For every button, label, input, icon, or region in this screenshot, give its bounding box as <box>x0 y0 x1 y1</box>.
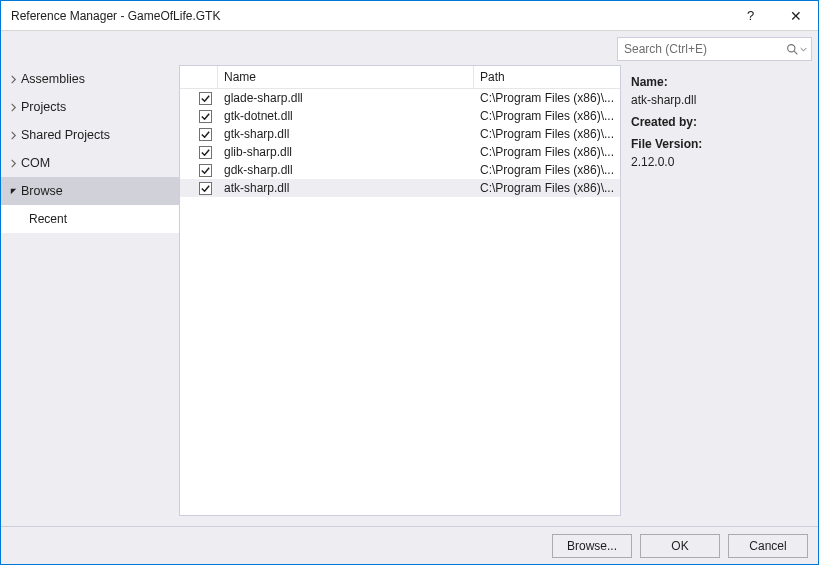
chevron-right-icon <box>7 101 19 113</box>
row-name: glade-sharp.dll <box>218 91 474 105</box>
row-path: C:\Program Files (x86)\... <box>474 163 620 177</box>
search-input[interactable] <box>624 42 786 56</box>
list-header: Name Path <box>180 66 620 89</box>
search-row <box>1 31 818 61</box>
column-check[interactable] <box>180 66 218 88</box>
dialog-content: Assemblies Projects Shared Projects COM … <box>1 31 818 564</box>
checkbox[interactable] <box>199 164 212 177</box>
window-title: Reference Manager - GameOfLife.GTK <box>11 9 728 23</box>
checkbox[interactable] <box>199 128 212 141</box>
column-name[interactable]: Name <box>218 66 474 88</box>
close-icon: ✕ <box>790 8 802 24</box>
row-path: C:\Program Files (x86)\... <box>474 181 620 195</box>
nav-label: COM <box>21 156 50 170</box>
nav-item-projects[interactable]: Projects <box>1 93 179 121</box>
chevron-down-icon <box>7 185 19 197</box>
row-checkbox-cell <box>180 146 218 159</box>
row-name: atk-sharp.dll <box>218 181 474 195</box>
row-name: gtk-dotnet.dll <box>218 109 474 123</box>
nav-label: Browse <box>21 184 63 198</box>
row-name: gdk-sharp.dll <box>218 163 474 177</box>
nav-label: Projects <box>21 100 66 114</box>
row-name: gtk-sharp.dll <box>218 127 474 141</box>
row-path: C:\Program Files (x86)\... <box>474 127 620 141</box>
details-fileversion-label: File Version: <box>631 135 808 153</box>
category-nav: Assemblies Projects Shared Projects COM … <box>1 61 179 526</box>
chevron-right-icon <box>7 73 19 85</box>
table-row[interactable]: gtk-dotnet.dllC:\Program Files (x86)\... <box>180 107 620 125</box>
checkbox[interactable] <box>199 110 212 123</box>
table-row[interactable]: glade-sharp.dllC:\Program Files (x86)\..… <box>180 89 620 107</box>
table-row[interactable]: gdk-sharp.dllC:\Program Files (x86)\... <box>180 161 620 179</box>
details-createdby-label: Created by: <box>631 113 808 131</box>
checkbox[interactable] <box>199 92 212 105</box>
svg-line-1 <box>794 51 797 54</box>
nav-label: Assemblies <box>21 72 85 86</box>
ok-button[interactable]: OK <box>640 534 720 558</box>
nav-label: Shared Projects <box>21 128 110 142</box>
row-checkbox-cell <box>180 182 218 195</box>
panes: Assemblies Projects Shared Projects COM … <box>1 61 818 526</box>
svg-point-0 <box>788 44 795 51</box>
row-path: C:\Program Files (x86)\... <box>474 145 620 159</box>
reference-list: Name Path glade-sharp.dllC:\Program File… <box>179 65 621 516</box>
list-body: glade-sharp.dllC:\Program Files (x86)\..… <box>180 89 620 515</box>
chevron-right-icon <box>7 129 19 141</box>
checkbox[interactable] <box>199 182 212 195</box>
row-path: C:\Program Files (x86)\... <box>474 91 620 105</box>
nav-label: Recent <box>29 212 67 226</box>
nav-item-shared-projects[interactable]: Shared Projects <box>1 121 179 149</box>
titlebar: Reference Manager - GameOfLife.GTK ? ✕ <box>1 1 818 31</box>
row-name: glib-sharp.dll <box>218 145 474 159</box>
table-row[interactable]: glib-sharp.dllC:\Program Files (x86)\... <box>180 143 620 161</box>
table-row[interactable]: atk-sharp.dllC:\Program Files (x86)\... <box>180 179 620 197</box>
row-checkbox-cell <box>180 92 218 105</box>
nav-item-recent[interactable]: Recent <box>1 205 179 233</box>
dialog-footer: Browse... OK Cancel <box>1 526 818 564</box>
row-checkbox-cell <box>180 110 218 123</box>
chevron-right-icon <box>7 157 19 169</box>
window-controls: ? ✕ <box>728 1 818 30</box>
row-checkbox-cell <box>180 128 218 141</box>
close-button[interactable]: ✕ <box>773 1 818 30</box>
nav-item-browse[interactable]: Browse <box>1 177 179 205</box>
browse-button[interactable]: Browse... <box>552 534 632 558</box>
nav-item-com[interactable]: COM <box>1 149 179 177</box>
nav-item-assemblies[interactable]: Assemblies <box>1 65 179 93</box>
chevron-down-icon <box>800 46 807 53</box>
row-path: C:\Program Files (x86)\... <box>474 109 620 123</box>
details-name-value: atk-sharp.dll <box>631 91 808 109</box>
details-name-label: Name: <box>631 73 808 91</box>
search-box[interactable] <box>617 37 812 61</box>
cancel-button[interactable]: Cancel <box>728 534 808 558</box>
row-checkbox-cell <box>180 164 218 177</box>
column-path[interactable]: Path <box>474 66 620 88</box>
checkbox[interactable] <box>199 146 212 159</box>
help-button[interactable]: ? <box>728 1 773 30</box>
table-row[interactable]: gtk-sharp.dllC:\Program Files (x86)\... <box>180 125 620 143</box>
details-fileversion-value: 2.12.0.0 <box>631 153 808 171</box>
details-pane: Name: atk-sharp.dll Created by: File Ver… <box>621 61 818 526</box>
search-icon[interactable] <box>786 43 807 56</box>
